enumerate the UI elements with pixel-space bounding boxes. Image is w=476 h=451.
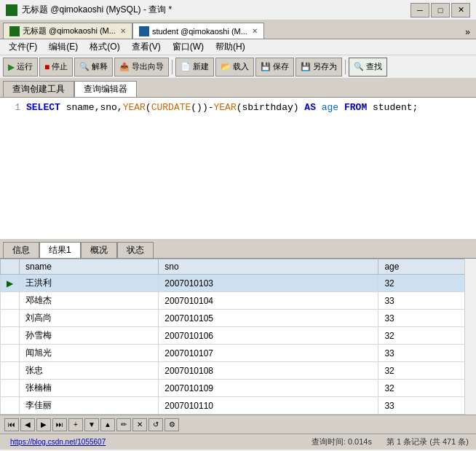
window-tab-2-close[interactable]: ✕ [252,27,258,35]
cell-sno: 2007010108 [159,362,378,380]
export-label: 导出向导 [132,61,164,72]
nav-up-button[interactable]: ▲ [100,418,115,431]
save-icon: 💾 [261,62,271,71]
save-as-button[interactable]: 💾 另存为 [295,58,342,77]
cell-sno: 2007010106 [159,327,378,345]
menu-edit[interactable]: 编辑(E) [43,39,84,55]
table-row[interactable]: ▶王洪利200701010332 [1,275,476,292]
nav-refresh-button[interactable]: ↺ [148,418,163,431]
run-button[interactable]: ▶ 运行 [3,58,38,77]
cell-sname: 李佳丽 [20,397,159,415]
cell-age: 32 [378,380,476,397]
window-tabs: 无标题 @qimokaoshi (M... ✕ student @qimokao… [0,20,476,39]
nav-cancel-button[interactable]: ✕ [132,418,147,431]
result-tab-status[interactable]: 状态 [117,242,154,258]
menu-bar: 文件(F) 编辑(E) 格式(O) 查看(V) 窗口(W) 帮助(H) [0,39,476,55]
col-age[interactable]: age [378,259,476,275]
vertical-scrollbar[interactable] [464,259,476,415]
status-link: https://blog.csdn.net/1055607 [10,438,106,446]
stop-button[interactable]: ■ 停止 [39,58,73,77]
table-row[interactable]: 刘高尚200701010533 [1,310,476,327]
tab-query-editor[interactable]: 查询编辑器 [74,81,137,97]
nav-prev-button[interactable]: ◀ [20,418,35,431]
new-icon: 📄 [181,62,191,71]
row-indicator [1,327,20,345]
tab-query-creator-label: 查询创建工具 [12,83,65,95]
nav-edit-button[interactable]: ✏ [116,418,131,431]
table-row[interactable]: 张楠楠200701010932 [1,380,476,397]
table-body: ▶王洪利200701010332邓雄杰200701010433刘高尚200701… [1,275,476,415]
window-tab-1[interactable]: 无标题 @qimokaoshi (M... ✕ [3,23,132,39]
menu-help[interactable]: 帮助(H) [210,39,251,55]
result-tab-overview[interactable]: 概况 [81,242,117,258]
result-tab-result1[interactable]: 结果1 [39,242,81,258]
tab-query-creator[interactable]: 查询创建工具 [3,81,74,97]
tab-icon-2 [139,26,149,36]
row-indicator [1,310,20,327]
tab-icon-1 [9,26,20,36]
sql-fn-curdate: CURDATE [151,102,191,113]
menu-format[interactable]: 格式(O) [84,39,125,55]
close-button[interactable]: ✕ [451,3,470,17]
new-label: 新建 [193,61,209,72]
table-row[interactable]: 李佳丽200701011033 [1,397,476,415]
menu-view[interactable]: 查看(V) [126,39,167,55]
window-controls[interactable]: ─ □ ✕ [410,3,470,17]
row-indicator [1,397,20,415]
nav-add-button[interactable]: + [68,418,83,431]
find-icon: 🔍 [354,62,364,71]
find-label: 查找 [366,61,382,72]
window-tab-1-close[interactable]: ✕ [120,27,126,35]
new-button[interactable]: 📄 新建 [175,58,214,77]
cell-age: 33 [378,345,476,362]
explain-label: 解释 [92,61,108,72]
cell-sno: 2007010109 [159,380,378,397]
maximize-button[interactable]: □ [431,3,450,17]
sql-paren3: (sbirthday) [237,102,305,113]
explain-button[interactable]: 🔍 解释 [74,58,113,77]
sql-fn-year1: YEAR [123,102,146,113]
minimize-button[interactable]: ─ [410,3,429,17]
result-tab-result1-label: 结果1 [49,244,71,256]
app-icon [6,4,17,16]
nav-next-button[interactable]: ▶ [36,418,51,431]
sql-paren2: ())- [191,102,213,113]
col-sname[interactable]: sname [20,259,159,275]
save-button[interactable]: 💾 保存 [255,58,294,77]
result-tabs: 信息 结果1 概况 状态 [0,240,476,259]
nav-settings-button[interactable]: ⚙ [164,418,179,431]
load-button[interactable]: 📂 载入 [215,58,254,77]
table-scroll[interactable]: sname sno age ▶王洪利200701010332邓雄杰2007010… [0,259,476,415]
run-label: 运行 [17,61,33,72]
sql-fn-year2: YEAR [214,102,237,113]
tab-expand[interactable]: » [462,26,473,39]
table-row[interactable]: 闻旭光200701010733 [1,345,476,362]
window-tab-2[interactable]: student @qimokaoshi (M... ✕ [132,23,264,39]
sql-cols: sname,sno, [66,102,123,113]
table-row[interactable]: 邓雄杰200701010433 [1,292,476,310]
window-tab-1-label: 无标题 @qimokaoshi (M... [23,26,116,36]
nav-first-button[interactable]: ⏮ [4,418,19,431]
table-row[interactable]: 张忠200701010832 [1,362,476,380]
table-row[interactable]: 孙雪梅200701010632 [1,327,476,345]
tab-query-editor-label: 查询编辑器 [84,83,127,95]
cell-sno: 2007010104 [159,292,378,310]
menu-window[interactable]: 窗口(W) [167,39,210,55]
nav-last-button[interactable]: ⏭ [52,418,67,431]
sql-line-1: 1 SELECT sname,sno,YEAR(CURDATE())-YEAR(… [0,101,476,115]
find-button[interactable]: 🔍 查找 [349,58,387,77]
load-icon: 📂 [221,62,231,71]
title-bar-left: 无标题 @qimokaoshi (MySQL) - 查询 * [6,4,172,16]
sql-editor[interactable]: 1 SELECT sname,sno,YEAR(CURDATE())-YEAR(… [0,98,476,240]
cell-sname: 刘高尚 [20,310,159,327]
nav-delete-button[interactable]: ▼ [84,418,99,431]
menu-file[interactable]: 文件(F) [3,39,43,55]
window-title: 无标题 @qimokaoshi (MySQL) - 查询 * [22,4,172,16]
cell-sno: 2007010107 [159,345,378,362]
col-sno[interactable]: sno [159,259,378,275]
cell-age: 33 [378,397,476,415]
result-tab-info[interactable]: 信息 [3,242,39,258]
row-indicator: ▶ [1,275,20,292]
cell-sno: 2007010105 [159,310,378,327]
export-button[interactable]: 📤 导出向导 [114,58,169,77]
